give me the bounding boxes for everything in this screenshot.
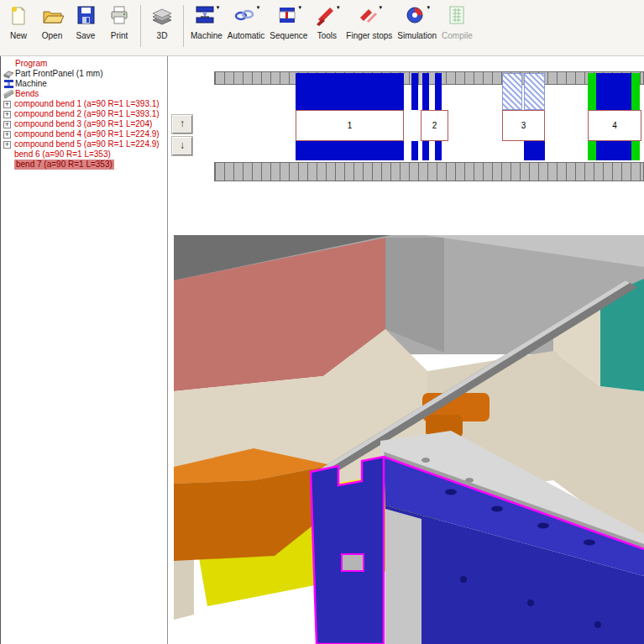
station-2-die[interactable] [435,141,442,160]
chain-link-icon [233,4,256,28]
station-1-punch[interactable] [296,73,404,110]
station-3-punch-hatched[interactable] [502,73,522,110]
tree-item-bend-6[interactable]: bend 6 (a=90 R=1 L=353) [1,149,167,160]
tree-item-program[interactable]: Program [1,59,167,69]
main-toolbar: New Open Save Print 3D [0,0,644,56]
narrow-punch[interactable] [411,73,418,110]
open-button[interactable]: Open [38,4,66,40]
part-icon [3,70,15,79]
toolbar-label: Machine [191,31,223,40]
toolbar-label: Simulation [397,31,437,40]
print-button[interactable]: Print [105,4,134,40]
tree-item-machine[interactable]: Machine [1,79,167,89]
station-3-punch-hatched[interactable] [524,73,545,110]
station-2-punch[interactable] [422,73,429,110]
new-button[interactable]: New [4,4,33,40]
station-nav: ↑ ↓ [172,115,192,159]
dropdown-arrow-icon[interactable]: ▾ [217,4,220,11]
dropdown-arrow-icon[interactable]: ▾ [337,4,340,11]
toolbar-label: Save [76,31,96,40]
sequence-button[interactable]: ▾ Sequence [270,4,307,40]
down-arrow-icon: ↓ [180,139,185,151]
dropdown-arrow-icon[interactable]: ▾ [427,4,430,11]
tree-item-label: bend 6 (a=90 R=1 L=353) [14,149,111,160]
tree-item-label: Machine [15,79,47,89]
tree-item-label: compound bend 4 (a=90 R=1 L=224.9) [14,129,160,139]
station-4-die[interactable] [596,141,631,160]
tools-icon [314,4,336,28]
station-2-punch[interactable] [435,73,442,110]
3d-view-button[interactable]: 3D [148,4,176,40]
narrow-die[interactable] [411,141,418,160]
tree-item-compound-bend-3[interactable]: + compound bend 3 (a=90 R=1 L=204) [1,119,167,129]
toolbar-label: Finger stops [346,31,392,40]
dropdown-arrow-icon[interactable]: ▾ [257,4,260,11]
simulation-icon [404,4,426,28]
bend-cam-application-window: New Open Save Print 3D [0,0,644,644]
station-4-die-green[interactable] [588,141,596,160]
tree-item-label: compound bend 1 (a=90 R=1 L=393.1) [14,99,160,109]
ruler-top [214,71,644,85]
tree-item-bend-7[interactable]: bend 7 (a=90 R=1 L=353) [1,160,167,170]
compile-button[interactable]: Compile [442,4,473,40]
station-4-box[interactable]: 4 [588,110,641,141]
finger-stops-icon [357,4,379,28]
station-4-punch[interactable] [596,73,631,110]
tree-item-compound-bend-4[interactable]: + compound bend 4 (a=90 R=1 L=224.9) [1,129,167,139]
expand-icon[interactable]: + [3,131,11,139]
tree-item-compound-bend-1[interactable]: + compound bend 1 (a=90 R=1 L=393.1) [1,99,167,109]
station-2-die[interactable] [422,141,429,160]
tree-item-compound-bend-2[interactable]: + compound bend 2 (a=90 R=1 L=393.1) [1,109,167,119]
expand-icon[interactable]: + [3,111,11,118]
tree-item-compound-bend-5[interactable]: + compound bend 5 (a=90 R=1 L=224.9) [1,139,167,149]
toolbar-label: New [10,31,27,40]
station-number: 3 [521,121,526,130]
move-down-button[interactable]: ↓ [172,137,192,155]
toolbar-label: Automatic [228,31,264,40]
automatic-button[interactable]: ▾ Automatic [228,4,264,40]
up-arrow-icon: ↑ [180,118,185,129]
tool-setup-view: 1 2 3 4 [174,71,644,181]
tree-item-label: Bends [15,89,39,99]
expand-icon[interactable]: + [3,141,11,149]
station-3-die[interactable] [524,141,545,160]
station-number: 1 [348,121,353,130]
expand-icon[interactable]: + [3,121,11,128]
inner-plate [385,509,421,644]
toolbar-separator [140,5,141,47]
toolbar-label: Compile [442,31,473,40]
tree-item-label: Program [15,59,47,69]
station-1-die[interactable] [296,141,404,160]
machine-button[interactable]: ▾ Machine [191,4,223,40]
dropdown-arrow-icon[interactable]: ▾ [380,4,383,11]
ruler-bottom [214,162,644,181]
tree-item-part[interactable]: Part FrontPanel (1 mm) [1,69,167,79]
station-4-punch-green[interactable] [631,73,640,110]
tree-item-bends[interactable]: Bends [1,89,167,99]
station-2-box[interactable]: 2 [421,110,448,141]
station-number: 2 [432,121,437,130]
magenta-flange [311,457,384,644]
station-3-box[interactable]: 3 [502,110,545,141]
toolbar-label: Print [111,31,128,40]
station-4-punch-green[interactable] [588,73,596,110]
finger-stops-button[interactable]: ▾ Finger stops [346,4,392,40]
save-button[interactable]: Save [71,4,100,40]
tree-item-label-selected: bend 7 (a=90 R=1 L=353) [14,160,114,170]
toolbar-label: Open [42,31,62,40]
expand-icon[interactable]: + [3,101,11,108]
move-up-button[interactable]: ↑ [172,115,192,134]
print-icon [108,4,130,29]
dropdown-arrow-icon[interactable]: ▾ [299,4,302,11]
new-icon [8,4,29,29]
simulation-button[interactable]: ▾ Simulation [397,4,437,40]
station-1-box[interactable]: 1 [296,110,404,141]
tools-button[interactable]: ▾ Tools [312,4,341,40]
3d-layers-icon [149,4,175,29]
toolbar-label: Tools [317,31,337,40]
3d-viewport[interactable] [174,227,644,644]
machine-tree-icon [3,80,15,89]
open-folder-icon [41,4,64,29]
tree-item-label: Part FrontPanel (1 mm) [15,69,102,79]
station-4-die-green[interactable] [631,141,640,160]
